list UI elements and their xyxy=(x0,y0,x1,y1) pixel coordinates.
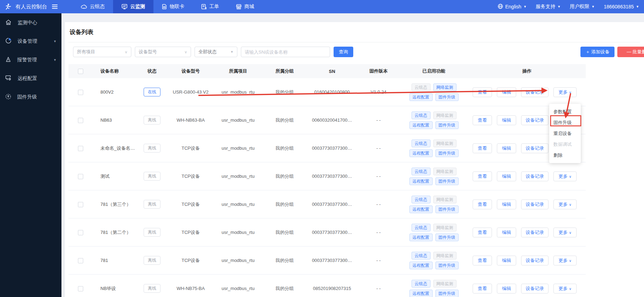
edit-button[interactable]: 编辑 xyxy=(497,256,516,265)
col-status: 状态 xyxy=(136,68,168,74)
batch-delete-button[interactable]: — 批量删除 xyxy=(617,47,644,57)
status-select[interactable]: 全部状态 ▼ xyxy=(195,47,237,57)
header-checkbox[interactable] xyxy=(78,69,83,74)
more-button[interactable]: 更多 ∨ xyxy=(553,200,577,209)
feature-tag-remote: 远程配置 xyxy=(409,234,433,241)
hamburger-icon[interactable] xyxy=(52,5,58,9)
caret-down-icon: ▼ xyxy=(230,50,234,54)
menu-item-data-debug: 数据调试 xyxy=(549,139,581,150)
more-button[interactable]: 更多 ∨ xyxy=(553,256,577,265)
device-record-button[interactable]: 设备记录 xyxy=(521,284,548,293)
tab-cloud-monitor[interactable]: 云监测 xyxy=(113,0,153,13)
add-device-button[interactable]: ＋ 添加设备 xyxy=(580,47,615,57)
status-badge: 离线 xyxy=(144,284,160,293)
sidebar-item-firmware-upgrade[interactable]: 固件升级 xyxy=(0,88,61,106)
project-name: usr_modbus_rtu xyxy=(213,258,263,263)
project-name: usr_modbus_rtu xyxy=(213,174,263,179)
tab-iot-card[interactable]: 物联卡 xyxy=(153,0,193,13)
device-record-button[interactable]: 设备记录 xyxy=(521,171,548,181)
row-checkbox[interactable] xyxy=(78,230,83,235)
edit-button[interactable]: 编辑 xyxy=(497,200,516,209)
device-sn: 00600320041700… xyxy=(307,117,357,123)
plus-icon: ＋ xyxy=(585,49,591,54)
sidebar: 监测中心 设备管理 ▼ 报警管理 ▼ 远程配置 xyxy=(0,13,61,297)
sidebar-item-device-management[interactable]: 设备管理 ▼ xyxy=(0,32,61,50)
view-button[interactable]: 查看 xyxy=(473,171,492,181)
device-record-button[interactable]: 设备记录 xyxy=(521,115,548,125)
device-record-button[interactable]: 设备记录 xyxy=(521,228,548,237)
group-name: 我的分组 xyxy=(263,117,307,123)
caret-down-icon: ▼ xyxy=(592,5,595,8)
device-name: 未命名_设备名… xyxy=(92,145,136,151)
row-checkbox[interactable] xyxy=(78,146,83,151)
view-button[interactable]: 查看 xyxy=(473,200,492,209)
more-button[interactable]: 更多 ∨ xyxy=(553,284,577,293)
tab-mall[interactable]: 商城 xyxy=(228,0,263,13)
row-checkbox[interactable] xyxy=(78,202,83,207)
firmware-version: - - xyxy=(357,202,400,207)
filter-bar: 所有项目 ∨ 设备型号 ∨ 全部状态 ▼ 查询 xyxy=(73,47,353,57)
view-button[interactable]: 查看 xyxy=(473,143,492,153)
row-checkbox[interactable] xyxy=(78,258,83,263)
row-checkbox[interactable] xyxy=(78,90,83,95)
feature-tag-monitor: 网络监测 xyxy=(433,112,456,119)
more-button[interactable]: 更多 ∨ xyxy=(553,228,577,237)
more-button[interactable]: 更多 ∨ xyxy=(553,171,577,181)
feature-tag-monitor: 网络监测 xyxy=(433,83,456,91)
more-button[interactable]: 更多 ∨ xyxy=(553,87,577,97)
edit-button[interactable]: 编辑 xyxy=(497,143,516,153)
account-menu[interactable]: 18660863185 ▼ xyxy=(604,4,639,9)
edit-button[interactable]: 编辑 xyxy=(497,171,516,181)
caret-down-icon: ▼ xyxy=(636,5,639,8)
model-select[interactable]: 设备型号 ∨ xyxy=(135,47,191,57)
project-name: usr_modbus_rtu xyxy=(213,146,263,151)
feature-tags: 云组态网络监测远程配置固件升级 xyxy=(406,224,462,241)
row-checkbox[interactable] xyxy=(78,118,83,123)
edit-button[interactable]: 编辑 xyxy=(497,228,516,237)
chevron-down-icon: ▼ xyxy=(53,58,57,62)
device-record-button[interactable]: 设备记录 xyxy=(521,143,548,153)
device-record-button[interactable]: 设备记录 xyxy=(521,87,548,97)
table-body: 800V2在线USR-G800-43 V2usr_modbus_rtu我的分组0… xyxy=(68,78,586,297)
view-button[interactable]: 查看 xyxy=(473,228,492,237)
feature-tag-monitor: 网络监测 xyxy=(433,196,456,203)
sidebar-item-alarm-management[interactable]: 报警管理 ▼ xyxy=(0,50,61,69)
sidebar-item-monitor-center[interactable]: 监测中心 xyxy=(0,13,61,32)
view-button[interactable]: 查看 xyxy=(473,87,492,97)
device-record-button[interactable]: 设备记录 xyxy=(521,256,548,265)
project-name: usr_modbus_rtu xyxy=(213,202,263,207)
user-permission-menu[interactable]: 用户权限 ▼ xyxy=(570,4,595,10)
service-support-menu[interactable]: 服务支持 ▼ xyxy=(536,4,561,10)
more-dropdown-menu: 参数配置 固件升级 重启设备 数据调试 删除 xyxy=(549,104,581,163)
feature-tag-remote: 远程配置 xyxy=(409,290,433,297)
sn-search-input[interactable] xyxy=(241,47,330,57)
tab-cloud-scada[interactable]: 云组态 xyxy=(72,0,113,13)
project-select[interactable]: 所有项目 ∨ xyxy=(73,47,131,57)
menu-item-reboot-device[interactable]: 重启设备 xyxy=(549,128,581,139)
view-button[interactable]: 查看 xyxy=(473,256,492,265)
device-record-button[interactable]: 设备记录 xyxy=(521,200,548,209)
query-button[interactable]: 查询 xyxy=(334,47,353,57)
cloud-icon xyxy=(81,4,87,9)
menu-item-firmware-upgrade[interactable]: 固件升级 xyxy=(549,117,581,128)
device-pie-icon xyxy=(5,38,12,45)
row-checkbox[interactable] xyxy=(78,174,83,179)
edit-button[interactable]: 编辑 xyxy=(497,87,516,97)
row-checkbox[interactable] xyxy=(78,286,83,291)
chevron-down-icon: ∨ xyxy=(569,287,571,291)
project-name: usr_modbus_rtu xyxy=(213,89,263,95)
edit-button[interactable]: 编辑 xyxy=(497,115,516,125)
language-switcher[interactable]: English ▼ xyxy=(498,4,527,10)
view-button[interactable]: 查看 xyxy=(473,115,492,125)
menu-item-delete[interactable]: 删除 xyxy=(549,150,581,161)
tab-work-order[interactable]: 工单 xyxy=(193,0,228,13)
device-sn: 00037730377300… xyxy=(307,174,357,179)
sidebar-item-remote-config[interactable]: 远程配置 xyxy=(0,69,61,88)
table-row: 800V2在线USR-G800-43 V2usr_modbus_rtu我的分组0… xyxy=(68,78,586,106)
sim-card-icon xyxy=(162,4,167,9)
edit-button[interactable]: 编辑 xyxy=(497,284,516,293)
feature-tag-remote: 远程配置 xyxy=(409,121,433,129)
view-button[interactable]: 查看 xyxy=(473,284,492,293)
menu-item-param-config[interactable]: 参数配置 xyxy=(549,106,581,117)
group-name: 我的分组 xyxy=(263,145,307,151)
